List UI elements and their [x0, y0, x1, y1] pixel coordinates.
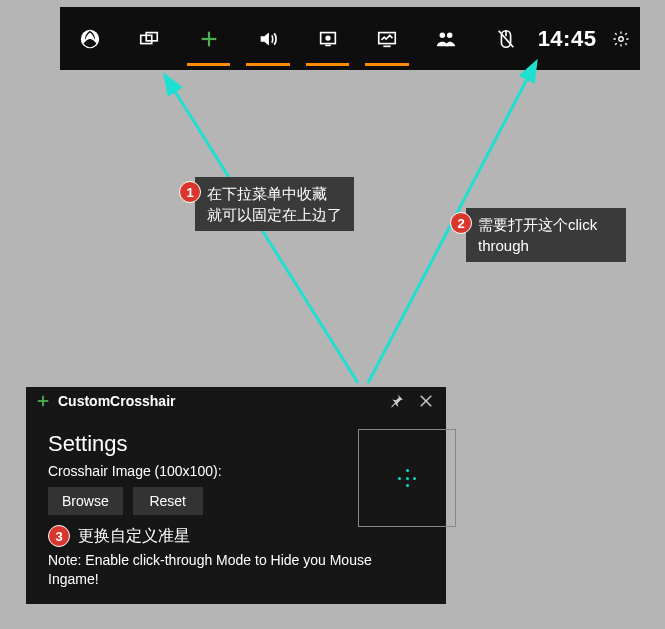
annotation-text-2: 需要打开这个click through	[466, 208, 626, 262]
add-widget-button[interactable]	[179, 7, 238, 70]
audio-icon[interactable]	[238, 7, 297, 70]
svg-point-15	[619, 36, 624, 41]
clock-text: 14:45	[536, 7, 603, 70]
annotation-text-3: 更换自定义准星	[78, 526, 190, 547]
capture-icon[interactable]	[298, 7, 357, 70]
panel-title: CustomCrosshair	[58, 393, 378, 409]
annotation-2: 2 需要打开这个click through	[450, 208, 626, 262]
performance-icon[interactable]	[357, 7, 416, 70]
settings-gear-icon[interactable]	[602, 7, 640, 70]
panel-body: Settings Crosshair Image (100x100): Brow…	[26, 415, 446, 599]
xbox-icon[interactable]	[60, 7, 119, 70]
pin-icon[interactable]	[384, 389, 408, 413]
annotation-text-1: 在下拉菜单中收藏 就可以固定在上边了	[195, 177, 354, 231]
reset-button[interactable]: Reset	[133, 487, 203, 515]
browse-button[interactable]: Browse	[48, 487, 123, 515]
svg-point-10	[440, 32, 446, 38]
annotation-3: 3 更换自定义准星	[48, 525, 424, 547]
mouse-off-icon[interactable]	[476, 7, 535, 70]
custom-crosshair-panel: CustomCrosshair Settings Crosshair Image…	[26, 387, 446, 604]
crosshair-preview	[358, 429, 456, 527]
svg-point-11	[447, 32, 453, 38]
annotation-1: 1 在下拉菜单中收藏 就可以固定在上边了	[179, 177, 354, 231]
close-icon[interactable]	[414, 389, 438, 413]
panel-header: CustomCrosshair	[26, 387, 446, 415]
widgets-icon[interactable]	[119, 7, 178, 70]
annotation-badge-2: 2	[450, 212, 472, 234]
plus-icon	[34, 392, 52, 410]
svg-point-6	[326, 36, 330, 40]
social-icon[interactable]	[417, 7, 476, 70]
click-through-note: Note: Enable click-through Mode to Hide …	[48, 551, 424, 589]
xbox-game-bar: 14:45	[60, 7, 640, 70]
crosshair-icon	[398, 469, 416, 487]
annotation-badge-1: 1	[179, 181, 201, 203]
annotation-badge-3: 3	[48, 525, 70, 547]
